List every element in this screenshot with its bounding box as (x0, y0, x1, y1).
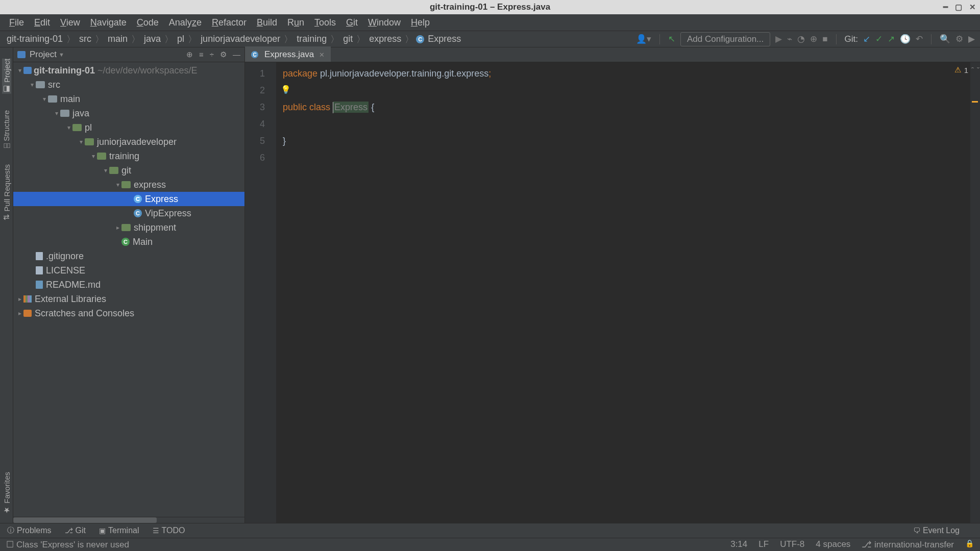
git-pull-icon[interactable]: ↙ (863, 34, 870, 44)
tree-package-express[interactable]: express (13, 178, 244, 192)
profile-icon[interactable]: ⊕ (810, 34, 817, 44)
status-line-separator[interactable]: LF (758, 539, 769, 550)
tree-package-training[interactable]: training (13, 149, 244, 163)
status-encoding[interactable]: UTF-8 (780, 539, 804, 550)
tree-folder-main[interactable]: main (13, 92, 244, 106)
tree-scratches[interactable]: Scratches and Consoles (13, 306, 244, 320)
menu-navigate[interactable]: Navigate (85, 15, 132, 30)
tree-arrow-icon[interactable] (114, 181, 121, 188)
tree-class-express[interactable]: CExpress (13, 192, 244, 206)
tree-arrow-icon[interactable] (41, 95, 48, 103)
line-number[interactable]: 4 (245, 116, 276, 133)
tool-tab-project[interactable]: ◧ Project (2, 59, 11, 94)
lock-icon[interactable]: 🔒 (965, 539, 974, 550)
menu-file[interactable]: File (4, 15, 29, 30)
tree-package-shippment[interactable]: shippment (13, 220, 244, 235)
menu-git[interactable]: Git (341, 15, 363, 30)
git-commit-icon[interactable]: ✓ (875, 34, 883, 44)
code-line-1[interactable]: package pl.juniorjavadeveloper.training.… (277, 65, 970, 82)
crumb-main[interactable]: main (106, 34, 129, 44)
run-configuration-selector[interactable]: Add Configuration... (680, 32, 770, 46)
crumb-pl[interactable]: pl (176, 34, 186, 44)
tree-arrow-icon[interactable] (102, 167, 109, 174)
git-push-icon[interactable]: ↗ (888, 34, 895, 44)
tree-class-vipexpress[interactable]: CVipExpress (13, 206, 244, 220)
menu-window[interactable]: Window (363, 15, 406, 30)
tree-root[interactable]: git-training-01 ~/dev/dev/workspaces/E (13, 63, 244, 78)
window-close-icon[interactable]: ✕ (969, 3, 976, 12)
tree-arrow-icon[interactable] (78, 138, 85, 145)
coverage-icon[interactable]: ◔ (797, 34, 805, 44)
tree-arrow-icon[interactable] (16, 67, 23, 74)
tree-class-main[interactable]: CMain (13, 235, 244, 249)
tree-package-git[interactable]: git (13, 163, 244, 178)
tree-folder-src[interactable]: src (13, 78, 244, 92)
line-number[interactable]: 1 (245, 65, 276, 82)
close-tab-icon[interactable]: ✕ (319, 51, 325, 59)
line-number[interactable]: 2 (245, 82, 276, 99)
tree-arrow-icon[interactable] (16, 295, 23, 303)
settings-icon[interactable]: ⚙ (955, 34, 963, 44)
window-maximize-icon[interactable]: ▢ (955, 3, 962, 12)
code-line-2[interactable] (277, 82, 970, 99)
tool-tab-git[interactable]: ⎇Git (65, 526, 86, 535)
crumb-juniorjavadeveloper[interactable]: juniorjavadeveloper (199, 34, 282, 44)
crumb-java[interactable]: java (142, 34, 162, 44)
status-branch[interactable]: ⎇ international-transfer (862, 539, 954, 550)
tree-arrow-icon[interactable] (65, 124, 72, 131)
crumb-src[interactable]: src (78, 34, 93, 44)
tree-external-libraries[interactable]: External Libraries (13, 292, 244, 306)
search-icon[interactable]: 🔍 (940, 34, 950, 44)
crumb-git[interactable]: git (341, 34, 354, 44)
select-opened-file-icon[interactable]: ⊕ (186, 50, 193, 59)
git-rollback-icon[interactable]: ↶ (916, 34, 923, 44)
tool-tab-event-log[interactable]: 🗨Event Log (913, 526, 960, 535)
tree-arrow-icon[interactable] (114, 224, 121, 231)
menu-help[interactable]: Help (406, 15, 435, 30)
build-icon[interactable]: ↖ (668, 34, 675, 44)
intention-bulb-icon[interactable]: 💡 (281, 85, 291, 94)
code-line-5[interactable]: } (277, 133, 970, 149)
menu-build[interactable]: Build (252, 15, 282, 30)
menu-refactor[interactable]: Refactor (207, 15, 252, 30)
tool-tab-pull-requests[interactable]: ⇅ Pull Requests (2, 164, 11, 220)
menu-edit[interactable]: Edit (29, 15, 55, 30)
tool-tab-todo[interactable]: ☰TODO (153, 526, 185, 535)
chevron-down-icon[interactable]: ˇ (977, 66, 979, 74)
stop-icon[interactable]: ■ (822, 34, 827, 44)
window-minimize-icon[interactable]: ━ (943, 3, 948, 12)
code-line-4[interactable] (277, 116, 970, 133)
inspection-summary[interactable]: ⚠ 1 ˆ ˇ (913, 65, 979, 74)
tool-tab-structure[interactable]: ⌸ Structure (2, 110, 11, 148)
run-icon[interactable]: ▶ (775, 34, 782, 44)
tree-package-pl[interactable]: pl (13, 120, 244, 135)
tree-folder-java[interactable]: java (13, 106, 244, 120)
status-message[interactable]: ☐Class 'Express' is never used (6, 539, 129, 550)
menu-tools[interactable]: Tools (309, 15, 341, 30)
menu-view[interactable]: View (55, 15, 85, 30)
status-indent[interactable]: 4 spaces (816, 539, 850, 550)
line-number[interactable]: 6 (245, 149, 276, 166)
crumb-express[interactable]: express (368, 34, 403, 44)
code-editor[interactable]: package pl.juniorjavadeveloper.training.… (277, 62, 970, 523)
tool-tab-favorites[interactable]: ★ Favorites (2, 472, 11, 515)
crumb-project[interactable]: git-training-01 (5, 34, 64, 44)
tree-file-readme[interactable]: README.md (13, 278, 244, 292)
collapse-all-icon[interactable]: ÷ (210, 50, 214, 59)
menu-analyze[interactable]: Analyze (164, 15, 207, 30)
crumb-training[interactable]: training (295, 34, 328, 44)
tree-package-juniorjavadeveloper[interactable]: juniorjavadeveloper (13, 135, 244, 149)
tree-file-gitignore[interactable]: .gitignore (13, 249, 244, 263)
hide-icon[interactable]: — (233, 50, 240, 59)
scrollbar-thumb[interactable] (13, 517, 157, 523)
tool-tab-terminal[interactable]: ▣Terminal (99, 526, 139, 535)
line-number[interactable]: 5 (245, 133, 276, 149)
project-view-title[interactable]: Project (30, 49, 57, 60)
line-number[interactable]: 3 (245, 99, 276, 116)
debug-icon[interactable]: ⌁ (787, 34, 792, 44)
git-history-icon[interactable]: 🕓 (900, 34, 911, 44)
code-with-me-icon[interactable]: 👤▾ (636, 34, 651, 44)
expand-all-icon[interactable]: ≡ (199, 50, 204, 59)
run-anything-icon[interactable]: ▶ (968, 34, 975, 44)
horizontal-scrollbar[interactable] (13, 517, 244, 523)
